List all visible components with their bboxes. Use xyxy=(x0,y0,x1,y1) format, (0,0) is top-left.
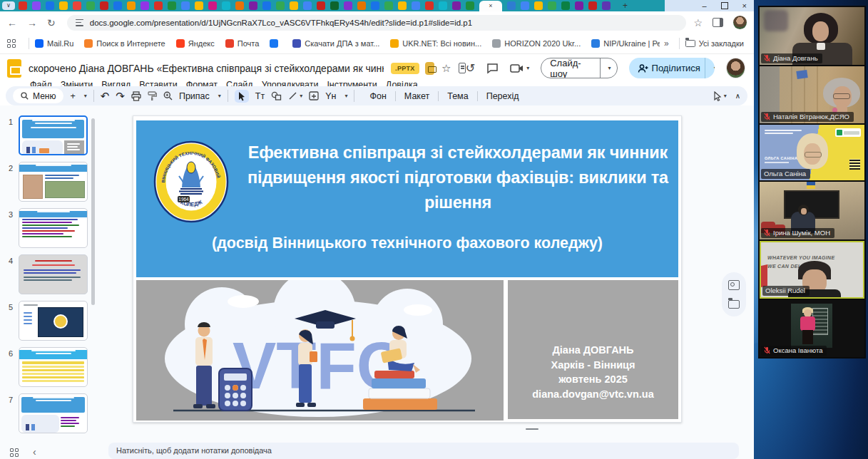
slide-thumbnail-4[interactable] xyxy=(19,254,88,294)
slide-canvas[interactable]: ВІННИЦЬКИЙ ТЕХНІЧНИЙ ФАХОВИЙ КОЛЕДЖ 1964… xyxy=(133,115,682,423)
maximize-button[interactable] xyxy=(721,2,728,9)
pointer-mode-button[interactable]: ▾ xyxy=(713,91,727,101)
forward-button[interactable]: → xyxy=(27,17,37,29)
bookmark-item[interactable]: NIP/Ukraine | Реєст... xyxy=(591,39,660,48)
participant-tile-iryna[interactable]: Ірина Шумік, МОН xyxy=(760,182,864,239)
slide-thumbnail-2[interactable] xyxy=(19,162,88,202)
participant-tile-diana[interactable]: Діана Довгань xyxy=(760,7,864,65)
document-status-icon[interactable] xyxy=(459,63,466,73)
tab-favicon[interactable] xyxy=(384,1,393,10)
bookmark-item[interactable]: Яндекс xyxy=(176,39,215,48)
tab-favicon[interactable] xyxy=(290,1,298,10)
url-box[interactable]: docs.google.com/presentation/d/1UjNGcnRa… xyxy=(67,15,687,31)
back-button[interactable]: ← xyxy=(7,17,17,29)
tab-favicon[interactable] xyxy=(168,1,176,10)
share-button[interactable]: Поділитися ▾ xyxy=(629,58,715,78)
input-tools[interactable]: Yн xyxy=(325,91,336,101)
toolbar-action[interactable]: Макет xyxy=(395,91,438,101)
tab-favicon[interactable] xyxy=(357,1,366,10)
tab-favicon[interactable] xyxy=(371,1,379,10)
bookmark-item[interactable]: Поиск в Интернете xyxy=(84,39,165,48)
input-tools-dropdown[interactable]: ▾ xyxy=(344,93,347,99)
grid-view-icon[interactable] xyxy=(10,448,19,458)
slide-thumbnail-5[interactable] xyxy=(19,301,88,341)
slide-thumbnail-3[interactable] xyxy=(19,208,88,248)
side-panel-icon[interactable] xyxy=(713,18,723,27)
comment-icon[interactable] xyxy=(486,63,499,74)
slideshow-dropdown[interactable]: ▾ xyxy=(600,58,617,78)
tab-favicon[interactable] xyxy=(425,1,434,10)
tab-favicon[interactable] xyxy=(19,1,27,10)
toolbar-search[interactable]: Меню xyxy=(13,88,63,103)
slide-thumbnail-7[interactable] xyxy=(19,393,88,433)
slide-title-block[interactable]: ВІННИЦЬКИЙ ТЕХНІЧНИЙ ФАХОВИЙ КОЛЕДЖ 1964… xyxy=(136,120,678,277)
notes-drag-handle[interactable] xyxy=(526,428,538,430)
tab-favicon[interactable] xyxy=(561,1,570,10)
insert-image-tool[interactable] xyxy=(309,91,319,100)
participant-tile-oleksii-active-speaker[interactable]: WHATEVER YOU IMAGINE WE CAN DELIVER Olek… xyxy=(760,241,864,299)
reload-button[interactable]: ↻ xyxy=(47,17,56,29)
browser-profile-avatar[interactable] xyxy=(733,16,747,29)
account-avatar[interactable] xyxy=(726,58,745,78)
bookmark-item[interactable]: Mail.Ru xyxy=(35,39,73,48)
move-to-folder-icon[interactable] xyxy=(425,62,434,75)
tab-favicon[interactable] xyxy=(86,1,95,10)
shapes-tool[interactable] xyxy=(271,91,282,100)
college-logo[interactable]: ВІННИЦЬКИЙ ТЕХНІЧНИЙ ФАХОВИЙ КОЛЕДЖ 1964 xyxy=(153,140,229,223)
tab-favicon[interactable] xyxy=(317,1,325,10)
tab-favicon[interactable] xyxy=(303,1,312,10)
tab-favicon[interactable] xyxy=(575,1,583,10)
vtfc-illustration[interactable]: VTFC xyxy=(136,280,504,419)
participant-tile-oksana[interactable]: Оксана Іванюта xyxy=(760,300,864,357)
new-slide-dropdown[interactable]: ▾ xyxy=(84,93,87,99)
collapse-toolbar-icon[interactable]: ∧ xyxy=(735,92,740,100)
tab-favicon[interactable] xyxy=(235,1,244,10)
image-panel-icon[interactable] xyxy=(728,280,740,290)
slide-thumbnail-1[interactable] xyxy=(19,115,88,155)
tab-favicon[interactable] xyxy=(507,1,516,10)
url-text[interactable]: docs.google.com/presentation/d/1UjNGcnRa… xyxy=(90,19,472,27)
tab-favicon[interactable] xyxy=(330,1,339,10)
line-dropdown[interactable]: ▾ xyxy=(300,93,302,99)
tab-favicon[interactable] xyxy=(59,1,68,10)
tab-favicon[interactable] xyxy=(534,1,543,10)
fit-zoom-select[interactable]: Припас xyxy=(179,91,210,101)
active-tab[interactable]: × xyxy=(479,1,502,11)
site-settings-icon[interactable] xyxy=(76,19,84,26)
bookmark-item[interactable] xyxy=(270,39,282,48)
credit-box[interactable]: Діана ДОВГАНЬХарків - Вінницяжовтень 202… xyxy=(508,280,678,419)
star-document-icon[interactable]: ☆ xyxy=(441,62,451,75)
line-tool[interactable]: ▾ xyxy=(288,91,302,100)
tab-favicon[interactable] xyxy=(208,1,217,10)
print-icon[interactable] xyxy=(131,91,141,101)
collapse-filmstrip-icon[interactable]: ‹ xyxy=(33,446,36,458)
redo-icon[interactable]: ↷ xyxy=(116,90,125,103)
share-dropdown[interactable]: ▾ xyxy=(705,58,715,78)
filmstrip-scrollbar[interactable] xyxy=(91,118,95,305)
tab-favicon[interactable] xyxy=(452,1,461,10)
bookmarks-overflow-chevron[interactable]: » xyxy=(664,38,669,48)
undo-icon[interactable]: ↶ xyxy=(101,90,110,103)
select-tool[interactable] xyxy=(235,90,249,103)
tab-favicon[interactable] xyxy=(262,1,271,10)
close-button[interactable]: × xyxy=(742,2,747,10)
version-history-icon[interactable]: ↺ xyxy=(466,61,475,75)
tab-favicon[interactable] xyxy=(602,1,611,10)
toolbar-action[interactable]: Тема xyxy=(438,91,476,101)
slide-lower-block[interactable]: VTFC xyxy=(136,280,678,419)
toolbar-action[interactable]: Перехід xyxy=(477,91,528,101)
folder-panel-icon[interactable] xyxy=(728,300,740,309)
tab-favicon[interactable] xyxy=(588,1,597,10)
video-call-icon[interactable]: ▾ xyxy=(510,63,529,73)
tab-favicon[interactable] xyxy=(412,1,420,10)
minimize-button[interactable]: – xyxy=(702,2,706,10)
tab-favicon[interactable] xyxy=(548,1,556,10)
bookmark-item[interactable]: UKR.NET: Всі новин... xyxy=(390,39,481,48)
tab-favicon[interactable] xyxy=(439,1,447,10)
paint-format-icon[interactable] xyxy=(148,91,157,101)
toolbar-action[interactable]: Фон xyxy=(361,91,394,101)
tab-favicon[interactable] xyxy=(344,1,352,10)
tab-favicon[interactable] xyxy=(46,1,54,10)
slides-app-icon[interactable] xyxy=(7,59,21,78)
tab-favicon[interactable] xyxy=(73,1,81,10)
